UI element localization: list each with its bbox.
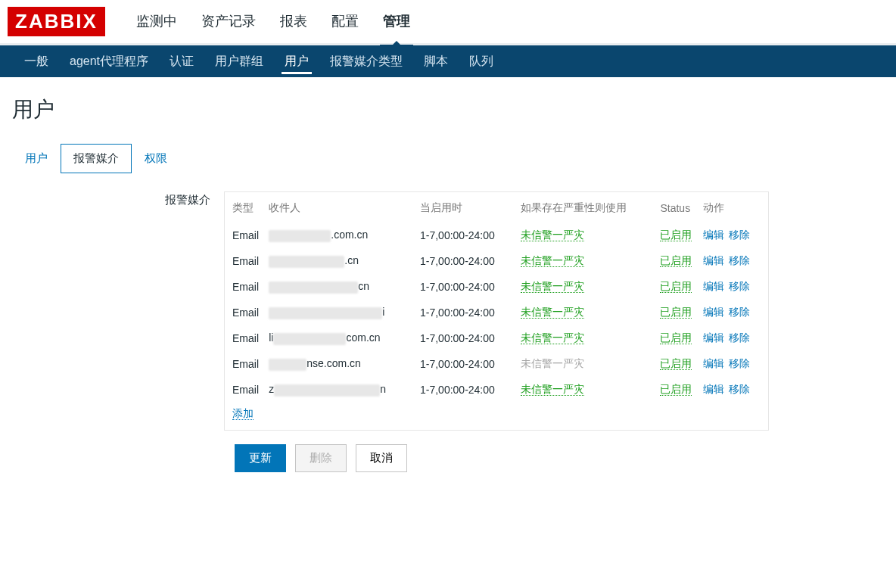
status-toggle[interactable]: 已启用 [660,254,692,267]
col-recipient: 收件人 [264,197,415,222]
page-body: 用户 用户报警媒介权限 报警媒介 类型 收件人 当启用时 如果存在严重性则使用 … [0,77,896,502]
edit-link[interactable]: 编辑 [703,280,724,292]
table-row: Emailcn1-7,00:00-24:00未信警一严灾已启用编辑移除 [225,274,768,300]
col-severity: 如果存在严重性则使用 [516,197,655,222]
section-label: 报警媒介 [12,191,224,431]
media-form: 报警媒介 类型 收件人 当启用时 如果存在严重性则使用 Status 动作 Em… [9,191,887,431]
status-toggle[interactable]: 已启用 [660,383,692,396]
edit-link[interactable]: 编辑 [703,254,724,266]
cell-type: Email [225,377,264,403]
remove-link[interactable]: 移除 [729,383,750,395]
tabs-row: 用户报警媒介权限 [9,144,887,173]
topnav-item[interactable]: 资产记录 [189,0,268,45]
cell-type: Email [225,248,264,274]
table-row: Email.com.cn1-7,00:00-24:00未信警一严灾已启用编辑移除 [225,222,768,248]
edit-link[interactable]: 编辑 [703,383,724,395]
cell-action: 编辑移除 [698,325,768,351]
status-toggle[interactable]: 已启用 [660,357,692,370]
subnav-item[interactable]: agent代理程序 [59,45,159,77]
topnav-item[interactable]: 管理 [371,0,422,45]
cell-severity: 未信警一严灾 [516,274,655,300]
cell-status: 已启用 [655,300,698,325]
cell-action: 编辑移除 [698,274,768,300]
col-status: Status [655,197,698,222]
cell-status: 已启用 [655,274,698,300]
sub-nav: 一般agent代理程序认证用户群组用户报警媒介类型脚本队列 [0,45,896,77]
status-toggle[interactable]: 已启用 [660,280,692,293]
redacted-icon [269,230,331,242]
status-toggle[interactable]: 已启用 [660,306,692,319]
remove-link[interactable]: 移除 [729,357,750,369]
table-row: Email.cn1-7,00:00-24:00未信警一严灾已启用编辑移除 [225,248,768,274]
cell-severity: 未信警一严灾 [516,300,655,325]
cell-status: 已启用 [655,325,698,351]
cell-when: 1-7,00:00-24:00 [415,300,516,325]
remove-link[interactable]: 移除 [729,331,750,344]
cell-severity: 未信警一严灾 [516,248,655,274]
edit-link[interactable]: 编辑 [703,229,724,241]
topnav-item[interactable]: 报表 [268,0,319,45]
subnav-item[interactable]: 队列 [459,45,504,77]
col-when: 当启用时 [415,197,516,222]
cell-recipient: cn [264,274,415,300]
page-title: 用户 [12,95,887,124]
tab[interactable]: 权限 [132,144,180,173]
subnav-item[interactable]: 报警媒介类型 [319,45,413,77]
cell-recipient: i [264,300,415,325]
cell-action: 编辑移除 [698,248,768,274]
logo[interactable]: ZABBIX [8,7,105,36]
table-row: Emaili1-7,00:00-24:00未信警一严灾已启用编辑移除 [225,300,768,325]
subnav-item[interactable]: 一般 [14,45,59,77]
subnav-item[interactable]: 脚本 [413,45,459,77]
button-row: 更新 删除 取消 [9,444,887,472]
cell-status: 已启用 [655,248,698,274]
col-type: 类型 [225,197,264,222]
redacted-icon [269,359,306,371]
remove-link[interactable]: 移除 [729,254,750,266]
tab[interactable]: 用户 [12,144,61,173]
cell-recipient: licom.cn [264,325,415,351]
redacted-icon [274,384,380,397]
table-row: Emailnse.com.cn1-7,00:00-24:00未信警一严灾已启用编… [225,351,768,377]
add-media-link[interactable]: 添加 [232,407,254,420]
cell-when: 1-7,00:00-24:00 [415,248,516,274]
status-toggle[interactable]: 已启用 [660,331,692,344]
topnav-item[interactable]: 配置 [319,0,371,45]
cell-type: Email [225,351,264,377]
top-nav: ZABBIX 监测中资产记录报表配置管理 [0,0,896,45]
cell-when: 1-7,00:00-24:00 [415,274,516,300]
tab[interactable]: 报警媒介 [61,144,132,173]
redacted-icon [269,256,344,268]
cell-action: 编辑移除 [698,351,768,377]
cell-status: 已启用 [655,222,698,248]
cell-recipient: zn [264,377,415,403]
redacted-icon [269,282,358,294]
cell-action: 编辑移除 [698,222,768,248]
cell-when: 1-7,00:00-24:00 [415,325,516,351]
table-row: Emailzn1-7,00:00-24:00未信警一严灾已启用编辑移除 [225,377,768,403]
cell-type: Email [225,300,264,325]
subnav-item[interactable]: 用户 [274,45,319,77]
cell-type: Email [225,274,264,300]
cell-status: 已启用 [655,377,698,403]
status-toggle[interactable]: 已启用 [660,229,692,241]
cell-type: Email [225,222,264,248]
update-button[interactable]: 更新 [235,444,286,472]
edit-link[interactable]: 编辑 [703,306,724,318]
remove-link[interactable]: 移除 [729,280,750,292]
media-table: 类型 收件人 当启用时 如果存在严重性则使用 Status 动作 Email.c… [225,197,768,403]
cell-action: 编辑移除 [698,377,768,403]
topnav-item[interactable]: 监测中 [124,0,189,45]
remove-link[interactable]: 移除 [729,306,750,318]
cell-status: 已启用 [655,351,698,377]
remove-link[interactable]: 移除 [729,229,750,241]
table-row: Emaillicom.cn1-7,00:00-24:00未信警一严灾已启用编辑移… [225,325,768,351]
cancel-button[interactable]: 取消 [356,444,407,472]
delete-button: 删除 [295,444,347,472]
edit-link[interactable]: 编辑 [703,357,724,369]
edit-link[interactable]: 编辑 [703,331,724,344]
cell-recipient: .cn [264,248,415,274]
subnav-item[interactable]: 用户群组 [204,45,274,77]
media-panel: 类型 收件人 当启用时 如果存在严重性则使用 Status 动作 Email.c… [224,191,769,431]
subnav-item[interactable]: 认证 [159,45,204,77]
